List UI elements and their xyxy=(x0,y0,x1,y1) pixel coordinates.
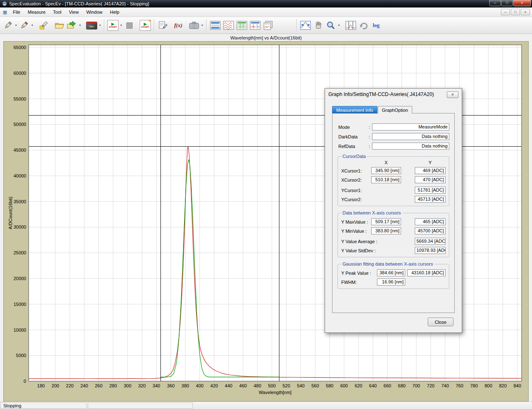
mdi-child-icon[interactable]: ▦ xyxy=(2,10,8,15)
start-star-icon: ▶ START ★ xyxy=(140,20,151,31)
single-graph-icon xyxy=(209,20,221,30)
menu-view[interactable]: View xyxy=(65,8,83,16)
cursor-lines-icon xyxy=(345,20,357,30)
save-data-button[interactable] xyxy=(66,19,78,32)
ymin-row: Y MinValue : 383.80 [nm] 45700 [ADC] xyxy=(341,227,446,234)
svg-text:520: 520 xyxy=(283,383,290,388)
view-split-panes-button[interactable] xyxy=(249,19,262,32)
menu-window[interactable]: Window xyxy=(82,8,106,16)
peak-x-value: 384.66 [nm] xyxy=(377,269,405,276)
zoom-button[interactable] xyxy=(325,19,337,32)
ymin-y-value: 45700 [ADC] xyxy=(415,227,446,234)
view-data-table-button[interactable] xyxy=(235,19,249,32)
toolbar-separator xyxy=(154,19,154,32)
svg-text:220: 220 xyxy=(66,383,74,388)
fwhm-value: 16.96 [nm] xyxy=(377,278,405,286)
pan-hand-button[interactable] xyxy=(312,19,325,32)
svg-text:440: 440 xyxy=(225,383,232,388)
mdi-close-button[interactable]: × xyxy=(521,9,530,15)
close-icon: × xyxy=(451,93,454,97)
toolbar: ▼ ▼ ▼ xyxy=(0,17,532,34)
start-measure-button[interactable]: ▶ START xyxy=(106,19,119,32)
window-controls: – □ × xyxy=(489,0,531,6)
chevron-down-icon[interactable]: ▼ xyxy=(337,19,341,32)
svg-text:720: 720 xyxy=(427,383,434,388)
stop-measure-button[interactable] xyxy=(123,19,135,32)
chevron-down-icon[interactable]: ▼ xyxy=(78,19,82,32)
tab-measurement-info[interactable]: Measurement Info xyxy=(332,106,377,113)
maximize-button[interactable]: □ xyxy=(501,0,513,6)
export-data-button[interactable] xyxy=(156,19,169,32)
svg-text:200: 200 xyxy=(52,383,59,388)
svg-text:640: 640 xyxy=(369,383,377,388)
minimize-button[interactable]: – xyxy=(489,0,501,6)
between-cursors-group: Data between X-axis cursors Y MaxValue :… xyxy=(337,210,449,257)
svg-text:800: 800 xyxy=(485,383,492,388)
window-titlebar: SpecEvaluation - SpecEv - [TM-CCD-Aserie… xyxy=(0,0,532,7)
overlay-graphs-icon xyxy=(223,20,234,30)
xcursor2-row: XCursor2: 510.18 [nm] 470 [ADC] xyxy=(341,176,446,183)
darkdata-value: Data nothing xyxy=(372,133,449,140)
start-once-button[interactable]: ▶ START ★ xyxy=(139,19,152,32)
function-fx-button[interactable]: f(x) xyxy=(172,19,185,32)
dialog-tabs: Measurement Info GraphOption xyxy=(325,106,462,113)
tab-graph-option[interactable]: GraphOption xyxy=(378,106,412,113)
menu-file[interactable]: File xyxy=(9,8,24,16)
xcursor1-y-value: 469 [ADC] xyxy=(415,167,446,174)
version-eraser-button[interactable]: Ver. xyxy=(85,19,98,32)
mdi-restore-button[interactable]: □ xyxy=(511,9,520,15)
menu-tool[interactable]: Tool xyxy=(49,8,65,16)
draw-pen-button[interactable] xyxy=(2,19,14,32)
chevron-down-icon[interactable]: ▼ xyxy=(119,19,123,32)
chevron-down-icon[interactable]: ▼ xyxy=(98,19,102,32)
svg-text:35000: 35000 xyxy=(13,199,26,204)
ystddev-value: 10978.93 [ADC] xyxy=(415,247,446,254)
xcursor1-x-value: 345.90 [nm] xyxy=(371,167,401,174)
dialog-close-button[interactable]: Close xyxy=(428,318,453,326)
chevron-down-icon[interactable]: ▼ xyxy=(14,19,18,32)
chevron-down-icon[interactable]: ▼ xyxy=(30,19,34,32)
log-button[interactable]: log xyxy=(370,19,382,32)
undo-button[interactable] xyxy=(357,19,370,32)
restore-icon: □ xyxy=(514,10,516,14)
start-label: START xyxy=(109,26,117,29)
version-label: Ver. xyxy=(89,25,95,28)
mode-value: MeasureMode xyxy=(372,123,449,131)
graph-info-dialog: Graph Info/SettingTM-CCD-Aseries( J4147A… xyxy=(325,88,462,333)
cursor-lines-button[interactable] xyxy=(344,19,357,32)
close-button[interactable]: × xyxy=(513,0,531,6)
maximize-icon: □ xyxy=(506,1,508,5)
status-panel-state: Stopping xyxy=(0,402,87,409)
marker-pen-icon xyxy=(39,20,49,30)
svg-text:580: 580 xyxy=(326,383,333,388)
menu-help[interactable]: Help xyxy=(106,8,123,16)
refdata-value: Data nothing xyxy=(372,143,449,150)
svg-text:480: 480 xyxy=(254,383,261,388)
view-report-button[interactable] xyxy=(262,19,275,32)
cursor-data-group: CursorData X Y XCursor1: 345.90 [nm] 469… xyxy=(337,154,449,206)
screenshot-camera-button[interactable] xyxy=(188,19,200,32)
yavg-value: 5669.34 [ADC] xyxy=(415,238,446,245)
pencil-red-icon xyxy=(19,20,29,30)
start-label: START xyxy=(141,26,150,29)
open-folder-icon xyxy=(54,20,65,30)
view-overlay-graphs-button[interactable] xyxy=(222,19,235,32)
status-text: Stopping xyxy=(3,403,21,408)
draw-pen-red-button[interactable] xyxy=(18,19,30,32)
dialog-close-x-button[interactable]: × xyxy=(447,91,458,98)
menu-measure[interactable]: Measure xyxy=(24,8,49,16)
chart-title: Wavelength[nm] vs A/Dcount(16bit) xyxy=(3,34,529,41)
dialog-titlebar: Graph Info/SettingTM-CCD-Aseries( J4147A… xyxy=(325,89,462,100)
marker-pen-button[interactable] xyxy=(37,19,50,32)
minimize-icon: – xyxy=(504,10,506,14)
hand-icon xyxy=(313,20,323,30)
chevron-down-icon[interactable]: ▼ xyxy=(200,19,204,32)
open-file-button[interactable] xyxy=(53,19,66,32)
svg-text:10000: 10000 xyxy=(13,328,26,333)
svg-text:780: 780 xyxy=(470,383,478,388)
magnifier-icon xyxy=(326,20,336,30)
mdi-minimize-button[interactable]: – xyxy=(501,9,510,15)
view-single-graph-button[interactable] xyxy=(209,19,222,32)
fit-x-axis-button[interactable] xyxy=(299,19,312,32)
darkdata-row: DarkData : Data nothing xyxy=(338,133,449,140)
